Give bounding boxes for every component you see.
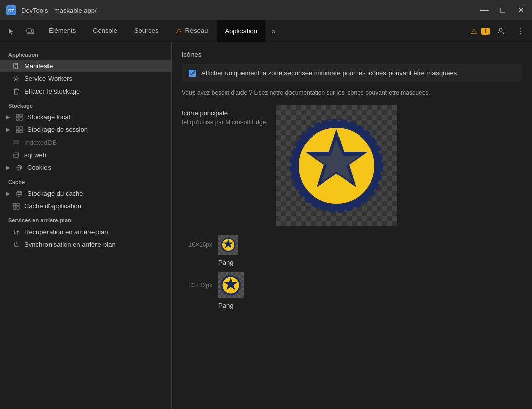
sidebar-item-effacer-stockage[interactable]: Effacer le stockage (0, 85, 171, 98)
svg-rect-26 (17, 203, 19, 206)
cursor-icon-btn[interactable] (2, 24, 20, 38)
sidebar-item-synchronisation[interactable]: Synchronisation en arrière-plan (0, 238, 171, 251)
svg-rect-25 (13, 203, 16, 206)
gear-icon (12, 75, 20, 82)
icon-name-row-16: Pang (182, 259, 522, 266)
svg-rect-18 (20, 130, 22, 133)
tab-application[interactable]: Application (217, 20, 265, 42)
sidebar-item-service-workers[interactable]: Service Workers (0, 72, 171, 85)
expand-arrow-icon: ▶ (6, 191, 10, 196)
maskable-checkbox[interactable] (189, 70, 196, 77)
help-text: Vous avez besoin d'aide ? Lisez notre do… (182, 88, 522, 97)
icon-name-row-32: Pang (182, 302, 522, 309)
size-label-16: 16×16px (182, 241, 212, 248)
effacer-stockage-label: Effacer le stockage (24, 87, 80, 95)
manifeste-label: Manifeste (24, 62, 53, 70)
globe-icon (15, 164, 23, 171)
svg-rect-28 (17, 207, 19, 209)
sidebar-item-cache-application[interactable]: Cache d'application (0, 200, 171, 212)
trash-icon (12, 88, 20, 95)
maximize-button[interactable]: □ (498, 6, 508, 14)
minimize-button[interactable]: — (479, 6, 490, 14)
db-icon (12, 139, 20, 146)
svg-rect-14 (20, 118, 22, 120)
sidebar-item-indexeddb: IndexedDB (0, 136, 171, 149)
svg-point-24 (17, 191, 22, 193)
service-workers-label: Service Workers (24, 75, 72, 82)
sidebar-item-stockage-local[interactable]: ▶ Stockage local (0, 111, 171, 123)
svg-rect-2 (27, 29, 31, 32)
sidebar-item-cookies[interactable]: ▶ Cookies (0, 161, 171, 174)
sidebar-item-stockage-cache[interactable]: ▶ Stockage du cache (0, 187, 171, 200)
icons-section: Icônes Afficher uniquement la zone sécur… (172, 42, 532, 322)
global-warning-icon: ⚠ (471, 27, 477, 35)
more-tabs-button[interactable]: » (266, 24, 281, 39)
sidebar-item-manifeste[interactable]: Manifeste (0, 60, 171, 72)
sidebar-section-stockage: Stockage (0, 98, 171, 111)
sidebar-section-application: Application (0, 47, 171, 60)
device-icon-btn[interactable] (21, 24, 39, 38)
tab-console[interactable]: Console (85, 20, 125, 42)
main-icon-container: Icône principale tel qu'utilisé par Micr… (182, 105, 522, 226)
icon-preview-16 (218, 235, 238, 255)
sidebar-section-cache: Cache (0, 174, 171, 187)
expand-arrow-icon: ▶ (6, 114, 10, 120)
cookies-label: Cookies (27, 164, 51, 171)
sidebar-item-sql-web[interactable]: sql web (0, 149, 171, 161)
size-label-32: 32×32px (182, 282, 212, 289)
reseau-warning-icon: ⚠ (176, 27, 182, 35)
svg-rect-16 (20, 127, 22, 129)
synchronisation-label: Synchronisation en arrière-plan (24, 241, 116, 248)
tab-sources[interactable]: Sources (126, 20, 167, 42)
sync-up-down-icon (12, 229, 20, 236)
checkbox-container: Afficher uniquement la zone sécurisée mi… (182, 64, 522, 82)
tab-elements[interactable]: Éléments (40, 20, 84, 42)
svg-rect-13 (16, 118, 19, 120)
sidebar-item-recuperation[interactable]: Récupération en arrière-plan (0, 225, 171, 238)
indexeddb-label: IndexedDB (24, 139, 57, 146)
section-title: Icônes (182, 51, 522, 58)
icon-name-32: Pang (218, 302, 233, 309)
icon-preview-32 (218, 272, 244, 298)
svg-rect-3 (32, 30, 34, 32)
user-profile-btn[interactable] (492, 24, 510, 38)
main-area: Application Manifeste Service Workers (0, 42, 532, 409)
small-icon-row-32: 32×32px (182, 272, 522, 298)
alert-count-badge: 1 (481, 28, 490, 35)
tab-reseau[interactable]: ⚠ Réseau (168, 20, 216, 42)
main-icon-preview (276, 105, 397, 226)
titlebar-title: DevTools - maskable.app/ (21, 7, 474, 14)
svg-text:DT: DT (8, 8, 14, 13)
svg-point-20 (14, 153, 19, 154)
close-button[interactable]: ✕ (516, 6, 526, 14)
svg-point-10 (15, 78, 17, 80)
window-controls: — □ ✕ (479, 6, 526, 14)
svg-rect-27 (13, 207, 16, 209)
stockage-session-label: Stockage de session (27, 126, 88, 133)
menu-button[interactable]: ⋮ (512, 23, 530, 39)
svg-rect-17 (16, 130, 19, 133)
sql-web-label: sql web (24, 151, 46, 159)
app-cache-icon (12, 203, 20, 210)
svg-rect-15 (16, 127, 19, 129)
tabbar: Éléments Console Sources ⚠ Réseau Applic… (0, 20, 532, 42)
sidebar-section-background: Services en arrière-plan (0, 212, 171, 225)
titlebar: DT DevTools - maskable.app/ — □ ✕ (0, 0, 532, 20)
sidebar: Application Manifeste Service Workers (0, 42, 172, 409)
checkbox-label[interactable]: Afficher uniquement la zone sécurisée mi… (201, 69, 457, 77)
small-icon-row-16: 16×16px (182, 235, 522, 255)
devtools-logo: DT (6, 5, 16, 15)
document-icon (12, 63, 20, 70)
svg-point-5 (499, 28, 502, 31)
main-icon-labels: Icône principale tel qu'utilisé par Micr… (182, 105, 266, 126)
expand-arrow-icon: ▶ (6, 127, 10, 132)
stockage-cache-label: Stockage du cache (27, 190, 83, 197)
expand-arrow-icon: ▶ (6, 165, 10, 170)
icon-name-16: Pang (218, 259, 233, 266)
svg-rect-11 (16, 114, 19, 117)
grid-icon (15, 126, 23, 133)
tab-right-actions: ⚠ 1 ⋮ (471, 23, 530, 39)
grid-icon (15, 114, 23, 121)
cache-application-label: Cache d'application (24, 202, 81, 210)
sidebar-item-stockage-session[interactable]: ▶ Stockage de session (0, 123, 171, 136)
